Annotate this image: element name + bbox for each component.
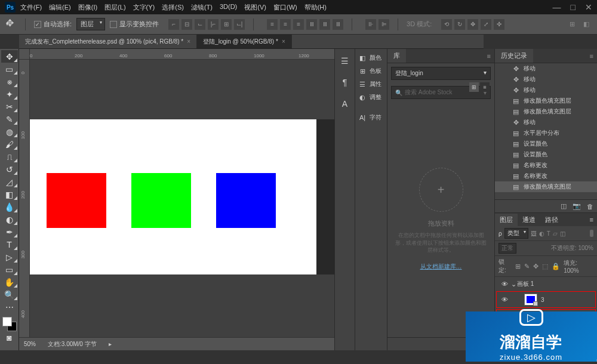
td-1-icon[interactable]: ⟲	[441, 19, 452, 30]
panel-颜色[interactable]: ◧颜色	[355, 51, 387, 64]
menu-type[interactable]: 文字(Y)	[133, 3, 155, 12]
ruler-horizontal[interactable]: 020040060080010001200	[30, 49, 334, 60]
history-item[interactable]: ▤修改颜色填充图层	[495, 106, 597, 117]
expand-icon[interactable]: ⌄	[510, 280, 517, 288]
heal-tool[interactable]: ◍	[1, 125, 18, 138]
dist-h-icon[interactable]: ⊪	[365, 19, 376, 30]
layers-tab-图层[interactable]: 图层	[495, 214, 518, 226]
lock-pos-icon[interactable]: ✎	[524, 263, 530, 270]
align-right-icon[interactable]: ⌙|	[234, 19, 245, 30]
layer-thumb[interactable]	[524, 294, 537, 306]
zoom-level[interactable]: 50%	[24, 341, 36, 347]
dist-2-icon[interactable]: ≡	[280, 19, 291, 30]
stamp-tool[interactable]: ⎍	[1, 150, 18, 163]
menu-select[interactable]: 选择(S)	[162, 3, 184, 12]
dist-v-icon[interactable]: ⊫	[378, 19, 389, 30]
dist-6-icon[interactable]: Ⅲ	[333, 19, 343, 30]
close-tab-icon[interactable]: ×	[282, 38, 285, 45]
layer-row[interactable]: 👁3	[496, 291, 596, 308]
panel-调整[interactable]: ◐调整	[355, 91, 387, 104]
gradient-tool[interactable]: ◧	[1, 188, 18, 200]
document-tab[interactable]: 完成发布_Completetherelease.psd @ 100% (pic4…	[19, 35, 197, 48]
auto-select-checkbox[interactable]: 自动选择:	[34, 20, 72, 29]
para-panel-icon[interactable]: A	[338, 97, 352, 111]
td-3-icon[interactable]: ✥	[467, 19, 478, 30]
menu-file[interactable]: 文件(F)	[20, 3, 42, 12]
panel-字符[interactable]: A|字符	[355, 111, 387, 124]
td-4-icon[interactable]: ⤢	[481, 19, 491, 30]
dist-1-icon[interactable]: ≡	[267, 19, 278, 30]
align-left-icon[interactable]: |⌐	[208, 19, 219, 30]
artboard-layer[interactable]: 👁 ⌄ 画板 1	[496, 278, 596, 290]
quickmask-tool[interactable]: ◙	[1, 331, 18, 344]
crop-tool[interactable]: ✂	[1, 100, 18, 113]
filter-img-icon[interactable]: 🖼	[531, 230, 537, 237]
history-item[interactable]: ✥移动	[495, 74, 597, 85]
marquee-tool[interactable]: ▭	[1, 63, 18, 75]
minimize-button[interactable]: —	[553, 2, 561, 12]
filter-toggle[interactable]	[590, 230, 593, 237]
type-tool[interactable]: T	[1, 238, 18, 251]
library-dropzone[interactable]: + 拖放资料 在您的文档中拖放任何资料以添加图形，或者使用以下按钮来添加颜色和图…	[387, 101, 494, 337]
close-tab-icon[interactable]: ×	[187, 38, 190, 45]
panel-menu-icon[interactable]: ≡	[586, 53, 597, 60]
new-from-doc-link[interactable]: 从文档新建库…	[420, 263, 462, 271]
visibility-icon[interactable]: 👁	[499, 280, 510, 288]
panel-属性[interactable]: ☰属性	[355, 78, 387, 91]
trash-icon[interactable]: 🗑	[587, 203, 593, 210]
library-select[interactable]: 登陆_login▾	[391, 67, 491, 80]
menu-layer[interactable]: 图层(L)	[104, 3, 125, 12]
panel-色板[interactable]: ⊞色板	[355, 64, 387, 78]
wand-tool[interactable]: ✦	[1, 88, 18, 100]
history-item[interactable]: ▤水平居中分布	[495, 128, 597, 138]
maximize-button[interactable]: □	[571, 2, 576, 12]
show-transform-checkbox[interactable]: 显示变换控件	[110, 20, 159, 29]
snapshot-icon[interactable]: 📷	[573, 202, 581, 210]
red-square[interactable]	[47, 173, 106, 228]
menu-image[interactable]: 图像(I)	[78, 3, 97, 12]
history-item[interactable]: ✥移动	[495, 85, 597, 95]
hand-tool[interactable]: ✋	[1, 276, 18, 288]
close-button[interactable]: ✕	[585, 2, 592, 12]
filter-smart-icon[interactable]: ◫	[560, 230, 565, 237]
panel-menu-icon[interactable]: ≡	[484, 53, 494, 60]
dist-4-icon[interactable]: Ⅲ	[306, 19, 317, 30]
layer-filter[interactable]: 类型	[504, 228, 528, 239]
history-item[interactable]: ▤设置颜色	[495, 138, 597, 149]
eraser-tool[interactable]: ◿	[1, 175, 18, 188]
history-tab[interactable]: 历史记录	[495, 49, 533, 63]
lock-artboard-icon[interactable]: ✥	[533, 263, 538, 270]
doc-info[interactable]: 文档:3.00M/0 字节	[48, 340, 97, 348]
menu-edit[interactable]: 编辑(E)	[49, 3, 71, 12]
blur-tool[interactable]: 💧	[1, 200, 18, 213]
opt-workspace-icon[interactable]: ◧	[580, 18, 592, 30]
green-square[interactable]	[131, 173, 191, 228]
fg-color[interactable]	[2, 317, 12, 326]
eyedropper-tool[interactable]: ✎	[1, 113, 18, 125]
history-item[interactable]: ✥移动	[495, 117, 597, 128]
dodge-tool[interactable]: ◐	[1, 213, 18, 226]
new-doc-icon[interactable]: ◫	[561, 202, 567, 210]
history-item[interactable]: ▤名称更改	[495, 160, 597, 171]
layers-tab-通道[interactable]: 通道	[518, 214, 540, 226]
artboard-viewport[interactable]	[30, 60, 334, 337]
lasso-tool[interactable]: ⎈	[1, 75, 18, 88]
move-tool-icon[interactable]	[5, 18, 17, 30]
ruler-vertical[interactable]: 0100200300400	[19, 60, 30, 337]
filter-shape-icon[interactable]: ▱	[553, 230, 558, 237]
shape-tool[interactable]: ▭	[1, 263, 18, 276]
char-panel-icon[interactable]: ¶	[338, 75, 352, 90]
history-item[interactable]: ✥移动	[495, 63, 597, 74]
menu-window[interactable]: 窗口(W)	[273, 3, 297, 12]
auto-select-target[interactable]: 图层	[76, 18, 105, 30]
blend-mode[interactable]: 正常	[498, 243, 516, 254]
visibility-icon[interactable]: 👁	[499, 296, 510, 303]
dist-5-icon[interactable]: Ⅲ	[319, 19, 330, 30]
menu-view[interactable]: 视图(V)	[244, 3, 266, 12]
library-tab[interactable]: 库	[387, 49, 406, 63]
dist-3-icon[interactable]: ≡	[293, 19, 304, 30]
status-chevron-icon[interactable]: ▸	[109, 341, 112, 347]
history-item[interactable]: ▤修改颜色填充图层	[495, 181, 597, 192]
panel-menu-icon[interactable]: ≡	[586, 216, 597, 223]
align-bottom-icon[interactable]: ⌙	[195, 19, 205, 30]
